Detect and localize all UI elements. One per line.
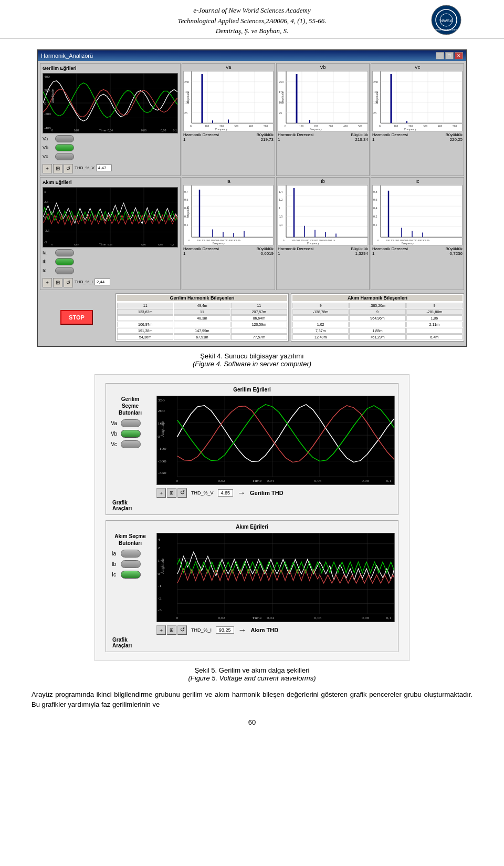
ib-freq-chart: 1,4 1,2 1 0,5 0,1 0 100 200 300 400 500 … bbox=[278, 185, 368, 245]
svg-text:0: 0 bbox=[190, 125, 192, 128]
vb-mag-value: 219,34 bbox=[355, 137, 368, 142]
svg-text:200: 200 bbox=[158, 408, 165, 413]
voltage-harmonic-title: Gerilim Harmonik Bileşenleri bbox=[117, 295, 287, 301]
f5-vb-btn[interactable] bbox=[121, 430, 141, 438]
svg-text:200: 200 bbox=[44, 88, 50, 92]
f5-toolbar-btn5[interactable]: ⊞ bbox=[167, 625, 176, 635]
f5-toolbar-btn6[interactable]: ↺ bbox=[177, 625, 187, 635]
svg-text:0,08: 0,08 bbox=[362, 479, 369, 482]
zoom-btn[interactable]: + bbox=[43, 164, 52, 173]
current-signal-buttons: Ia Ib Ic bbox=[43, 249, 178, 274]
ib-values: 1 1,3294 bbox=[278, 251, 368, 256]
f5-va-label: Va bbox=[109, 420, 119, 426]
vc-harm-order: 1 bbox=[372, 137, 374, 142]
minimize-button[interactable]: _ bbox=[436, 52, 444, 59]
svg-text:0,04: 0,04 bbox=[267, 616, 274, 619]
ib-toggle[interactable] bbox=[55, 258, 74, 265]
voltage-thd-row: + ⊞ ↺ THD_%_V 4,47 bbox=[43, 162, 178, 173]
ia-row: Ia bbox=[43, 249, 178, 256]
vc-toggle[interactable] bbox=[55, 153, 74, 160]
ib-freq-panel: Ib bbox=[276, 177, 370, 290]
f5-arrow-right2: → bbox=[238, 625, 247, 635]
current-harmonic-title: Akım Harmonik Bileşenleri bbox=[292, 295, 463, 301]
ic-row: Ic bbox=[43, 267, 178, 274]
app-titlebar: Harmonik_Analizörü _ □ ✕ bbox=[38, 50, 466, 61]
svg-text:0,6: 0,6 bbox=[373, 198, 377, 201]
stop-button[interactable]: STOP bbox=[60, 310, 93, 325]
vb-label: Vb bbox=[43, 145, 53, 150]
vb-harm-label: Harmonik Derecesi bbox=[278, 132, 313, 137]
figure5-caption: Şekil 5. Gerilim ve akım dalga şekilleri… bbox=[32, 666, 472, 682]
va-values: 1 219,73 bbox=[183, 137, 274, 142]
f5-va-btn[interactable] bbox=[121, 419, 141, 427]
ia-toggle[interactable] bbox=[55, 249, 74, 256]
f5-arrow-right: → bbox=[237, 488, 246, 498]
ib-harm-label: Harmonik Derecesi bbox=[278, 246, 313, 251]
thd-v-label: THD_%_V bbox=[75, 166, 94, 170]
ic-freq-title: Ic bbox=[372, 179, 463, 184]
f5-ib-btn[interactable] bbox=[121, 560, 141, 568]
maximize-button[interactable]: □ bbox=[445, 52, 454, 59]
vc-harm-label: Harmonik Derecesi bbox=[372, 132, 408, 137]
f5-akim-thd-label: Akım THD bbox=[251, 627, 279, 633]
svg-text:250: 250 bbox=[279, 80, 284, 83]
vb-toggle[interactable] bbox=[55, 144, 74, 151]
va-toggle[interactable] bbox=[55, 135, 74, 142]
svg-text:0: 0 bbox=[379, 125, 381, 128]
pan-btn2[interactable]: ⊞ bbox=[53, 278, 62, 287]
figure5-box: Gerilim Eğrileri GerilimSeçmeButonları V… bbox=[94, 374, 410, 661]
svg-text:Time: Time bbox=[252, 479, 262, 483]
f5-ic-btn[interactable] bbox=[121, 571, 141, 579]
f5-grafik-araclari1: + ⊞ ↺ bbox=[156, 488, 187, 498]
svg-text:0: 0 bbox=[51, 129, 53, 132]
pan-btn[interactable]: ⊞ bbox=[53, 164, 62, 173]
f5-ia-row: Ia bbox=[109, 550, 141, 558]
bottom-paragraph: Arayüz programında ikinci bilgilendirme … bbox=[32, 689, 472, 710]
svg-text:0: 0 bbox=[176, 616, 178, 619]
zoom-btn2[interactable]: + bbox=[43, 278, 52, 287]
figure5-subtitle-text: (Figure 5. Voltage and current waveforms… bbox=[32, 674, 472, 682]
f5-thd-i-value: 93,25 bbox=[216, 626, 234, 634]
svg-text:Amplitude: Amplitude bbox=[186, 205, 190, 218]
vc-label: Vc bbox=[43, 154, 53, 159]
current-thd-row: + ⊞ ↺ THD_%_I 2,44 bbox=[43, 276, 178, 287]
f5-current-section: Akım Eğrileri Akım SeçmeButonları Ia Ib bbox=[106, 520, 398, 652]
svg-text:0,1: 0,1 bbox=[386, 479, 392, 482]
ic-toggle[interactable] bbox=[55, 267, 74, 274]
close-button[interactable]: ✕ bbox=[455, 52, 463, 59]
reset-btn2[interactable]: ↺ bbox=[64, 278, 73, 287]
f5-toolbar-btn2[interactable]: ⊞ bbox=[167, 488, 176, 498]
svg-text:0,08: 0,08 bbox=[362, 616, 369, 619]
svg-text:400: 400 bbox=[249, 125, 254, 128]
app-title: Harmonik_Analizörü bbox=[41, 53, 93, 59]
svg-text:Frequency: Frequency bbox=[310, 128, 322, 131]
svg-text:Time: Time bbox=[99, 243, 107, 246]
f5-va-row: Va bbox=[109, 419, 141, 427]
harmonic-section: STOP Gerilim Harmonik Bileşenleri 11 49,… bbox=[40, 291, 464, 344]
thd-i-label: THD_%_I bbox=[75, 280, 93, 284]
svg-text:0: 0 bbox=[283, 239, 285, 242]
svg-text:-2: -2 bbox=[158, 596, 162, 601]
svg-text:0,5: 0,5 bbox=[279, 214, 283, 218]
journal-authors: Demirtaş, Ş. ve Bayhan, S. bbox=[216, 27, 289, 35]
figure4-subtitle-text: (Figure 4. Software in server computer) bbox=[32, 360, 472, 368]
ia-harm-label: Harmonik Derecesi bbox=[183, 246, 219, 251]
ib-freq-title: Ib bbox=[278, 179, 368, 184]
current-harmonic-table: Akım Harmonik Bileşenleri 9 -385,20m 9 -… bbox=[291, 293, 464, 342]
f5-toolbar-btn1[interactable]: + bbox=[156, 488, 166, 498]
vc-freq-panel: Vc bbox=[371, 63, 464, 176]
app-window: Harmonik_Analizörü _ □ ✕ Gerilim Eğriler… bbox=[37, 49, 467, 347]
main-content: Harmonik_Analizörü _ □ ✕ Gerilim Eğriler… bbox=[0, 39, 504, 736]
ic-harm-order: 1 bbox=[372, 251, 374, 256]
svg-text:0,08: 0,08 bbox=[158, 243, 163, 246]
vb-freq-title: Vb bbox=[278, 65, 368, 70]
f5-vc-btn[interactable] bbox=[121, 440, 141, 448]
f5-toolbar-btn3[interactable]: ↺ bbox=[177, 488, 187, 498]
reset-btn[interactable]: ↺ bbox=[64, 164, 73, 173]
voltage-harmonic-table: Gerilim Harmonik Bileşenleri 11 49,4m 11… bbox=[116, 293, 289, 342]
ic-freq-chart: 0,8 0,6 0,4 0,2 0,1 0 100 200 300 400 50… bbox=[372, 185, 463, 245]
f5-grafik-araclari-label2: GrafikAraçları bbox=[109, 637, 395, 648]
f5-ia-btn[interactable] bbox=[121, 550, 141, 558]
f5-toolbar-btn4[interactable]: + bbox=[156, 625, 166, 635]
f5-voltage-section: Gerilim Eğrileri GerilimSeçmeButonları V… bbox=[106, 383, 398, 515]
